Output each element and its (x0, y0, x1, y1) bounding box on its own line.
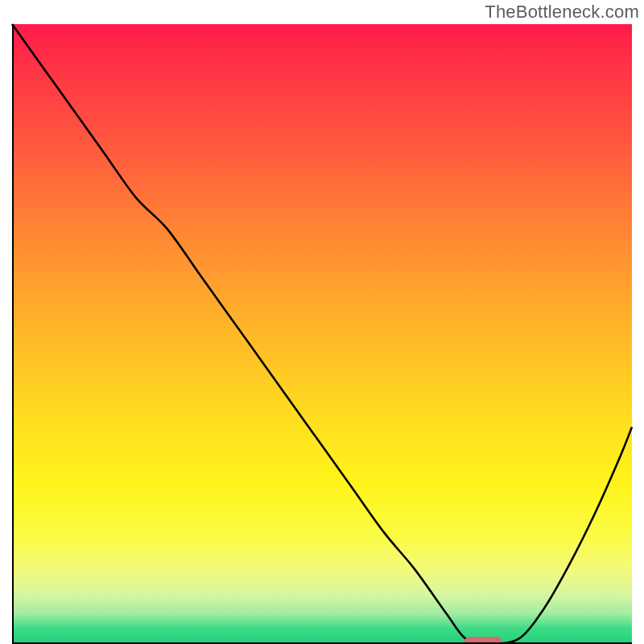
watermark-text: TheBottleneck.com (485, 2, 639, 23)
curve-line (12, 24, 632, 644)
y-axis (12, 24, 14, 644)
bottleneck-curve (12, 24, 632, 644)
